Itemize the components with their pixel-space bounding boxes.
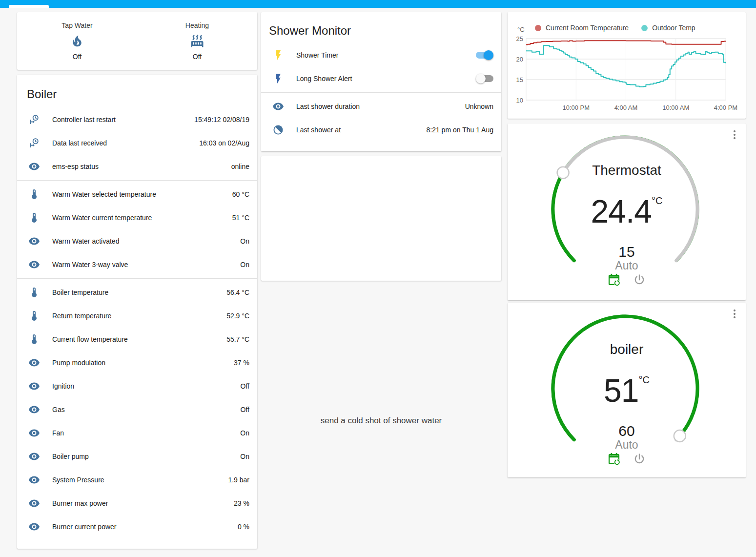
entity-row[interactable]: Warm Water 3-way valveOn [17, 253, 257, 276]
entity-label: Shower Timer [296, 51, 476, 59]
entity-label: Ignition [52, 382, 241, 390]
boiler-gauge-card: boiler 51°C 60 Auto [508, 303, 746, 477]
svg-text:4:00 AM: 4:00 AM [614, 104, 638, 111]
entity-value: On [240, 453, 249, 460]
entity-row[interactable]: Pump modulation37 % [17, 351, 257, 374]
legend-item[interactable]: Outdoor Temp [641, 24, 695, 32]
moon-icon [272, 124, 284, 136]
thermostat-setpoint: 15 [508, 244, 746, 260]
power-icon[interactable] [633, 452, 646, 466]
entity-row[interactable]: Long Shower Alert [261, 67, 501, 90]
entity-row[interactable]: IgnitionOff [17, 374, 257, 398]
entity-row[interactable]: Burner max power23 % [17, 492, 257, 515]
legend-item[interactable]: Current Room Temperature [535, 24, 629, 32]
entity-label: Warm Water current temperature [52, 214, 232, 222]
toggle-switch[interactable] [476, 50, 493, 60]
eye-icon [28, 404, 40, 415]
svg-text:15: 15 [516, 76, 523, 83]
entity-value: 16:03 on 02/Aug [199, 139, 249, 147]
divider [261, 92, 501, 93]
entity-value: On [240, 237, 249, 245]
entity-row[interactable]: Warm Water activatedOn [17, 229, 257, 253]
entity-row[interactable]: Boiler temperature56.4 °C [17, 281, 257, 304]
divider [17, 278, 257, 279]
svg-text:10:00 PM: 10:00 PM [562, 104, 590, 111]
entity-row[interactable]: FanOn [17, 421, 257, 445]
entity-row[interactable]: Shower Timer [261, 43, 501, 67]
shower-action-card[interactable]: send a cold shot of shower water [261, 156, 501, 281]
entity-row[interactable]: Return temperature52.9 °C [17, 304, 257, 328]
power-icon[interactable] [633, 273, 646, 287]
entity-label: Burner current power [52, 523, 238, 531]
app-header-bar [0, 0, 756, 8]
thermometer-icon [28, 212, 40, 224]
entity-label: Gas [52, 406, 241, 413]
entity-row[interactable]: Burner current power0 % [17, 515, 257, 538]
boiler-card-title: Boiler [27, 87, 257, 101]
clock-restart-icon [28, 137, 40, 149]
entity-value: online [231, 163, 249, 170]
entity-row[interactable]: ems-esp statusonline [17, 155, 257, 178]
tap-water-state[interactable]: Tap Water Off [17, 12, 137, 70]
entity-label: System Pressure [52, 476, 228, 484]
entity-label: Controller last restart [52, 116, 194, 124]
entity-label: Warm Water activated [52, 237, 240, 245]
thermostat-card: Thermostat 24.4°C 15 Auto [508, 124, 746, 300]
calendar-sync-icon[interactable] [607, 273, 621, 287]
entity-value: 55.7 °C [226, 335, 249, 343]
entity-row[interactable]: GasOff [17, 398, 257, 421]
tap-water-value: Off [73, 53, 82, 61]
eye-icon [28, 521, 40, 533]
calendar-sync-icon[interactable] [607, 452, 621, 466]
eye-icon [28, 357, 40, 369]
eye-icon [28, 380, 40, 392]
temperature-chart-card: °C Current Room TemperatureOutdoor Temp … [508, 12, 746, 119]
entity-value: 56.4 °C [226, 289, 249, 296]
boiler-setpoint: 60 [508, 423, 746, 439]
entity-value: On [240, 261, 249, 268]
entity-label: Warm Water selected temperature [52, 190, 232, 198]
chart-legend: Current Room TemperatureOutdoor Temp [535, 24, 695, 32]
entity-row[interactable]: Controller last restart15:49:12 02/08/19 [17, 108, 257, 131]
entity-row[interactable]: Data last received16:03 on 02/Aug [17, 131, 257, 155]
entity-value: 51 °C [232, 214, 249, 222]
entity-label: Warm Water 3-way valve [52, 261, 240, 268]
boiler-current-temp: 51°C [508, 372, 746, 409]
entity-row[interactable]: Current flow temperature55.7 °C [17, 328, 257, 351]
fire-icon [70, 34, 84, 48]
entity-row[interactable]: Last shower at8:21 pm on Thu 1 Aug [261, 118, 501, 142]
thermostat-title: Thermostat [508, 163, 746, 178]
toggle-switch[interactable] [476, 74, 493, 83]
entity-row[interactable]: Last shower durationUnknown [261, 95, 501, 118]
entity-row[interactable]: Boiler pumpOn [17, 445, 257, 468]
entity-value: 60 °C [232, 190, 249, 198]
active-tab-indicator[interactable] [9, 5, 49, 8]
entity-row[interactable]: Warm Water current temperature51 °C [17, 206, 257, 229]
entity-label: Fan [52, 429, 240, 437]
shower-action-label: send a cold shot of shower water [261, 416, 501, 426]
entity-row[interactable]: Warm Water selected temperature60 °C [17, 183, 257, 206]
y-axis-unit-label: °C [517, 26, 525, 33]
heating-state[interactable]: Heating Off [137, 12, 257, 70]
entity-label: Last shower at [296, 126, 426, 134]
entity-label: Data last received [52, 139, 199, 147]
legend-label: Outdoor Temp [652, 24, 695, 32]
entity-value: 15:49:12 02/08/19 [194, 116, 249, 124]
thermostat-mode: Auto [508, 259, 746, 272]
heating-value: Off [193, 53, 202, 61]
thermometer-icon [28, 188, 40, 200]
svg-text:10:00 AM: 10:00 AM [662, 104, 689, 111]
entity-label: Burner max power [52, 499, 234, 507]
entity-value: 1.9 bar [228, 476, 249, 484]
entity-value: Unknown [465, 103, 493, 110]
thermometer-icon [28, 310, 40, 322]
eye-icon [28, 161, 40, 172]
boiler-mode: Auto [508, 438, 746, 452]
entity-row[interactable]: System Pressure1.9 bar [17, 468, 257, 492]
entity-label: Boiler temperature [52, 289, 226, 296]
eye-icon [28, 474, 40, 486]
eye-icon [272, 101, 284, 112]
eye-icon [28, 427, 40, 439]
flash-icon [272, 49, 284, 61]
entity-label: ems-esp status [52, 163, 231, 170]
